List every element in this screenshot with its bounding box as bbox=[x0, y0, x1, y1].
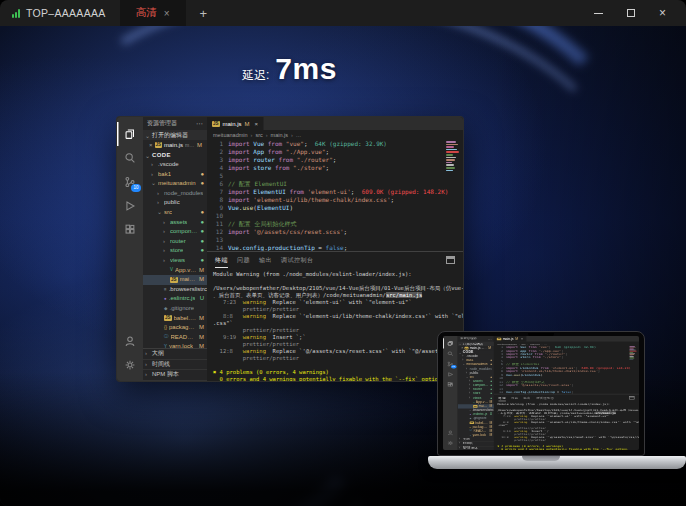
git-status-badge: M bbox=[488, 347, 491, 350]
close-button[interactable]: × bbox=[659, 7, 666, 19]
js-file-icon: JS bbox=[470, 422, 474, 425]
breadcrumb-segment[interactable]: main.js bbox=[271, 132, 288, 138]
code-token: ; bbox=[344, 228, 348, 236]
terminal-line: /Users/webopenfather/Desktop/2105/vue/14… bbox=[213, 285, 457, 292]
terminal-line: 9:19 warning Insert `;` bbox=[213, 334, 457, 341]
json-file-icon: {} bbox=[470, 426, 472, 429]
sidebar-section-label: 时间线 bbox=[152, 360, 170, 370]
minimap-mark bbox=[446, 157, 456, 159]
minimap-mark bbox=[446, 141, 456, 143]
tree-item-node_modules[interactable]: ›node_modules bbox=[143, 189, 207, 199]
terminal-text: 12:8 bbox=[213, 348, 243, 354]
code-token: '@/assets/css/reset.scss' bbox=[253, 228, 343, 236]
git-status-badge: M bbox=[199, 323, 204, 333]
panel-tab-调试控制台[interactable]: 调试控制台 bbox=[281, 253, 314, 267]
tree-item-label: components bbox=[170, 227, 198, 237]
tree-item-bak1[interactable]: ›bak1● bbox=[143, 170, 207, 180]
chevron-down-icon: ⌄ bbox=[157, 208, 162, 218]
tree-item-src[interactable]: ⌄src● bbox=[143, 208, 207, 218]
tree-item-views[interactable]: ›views● bbox=[143, 256, 207, 266]
tree-item-babel.config.js[interactable]: JSbabel.config.jsM bbox=[143, 314, 207, 324]
latency-overlay: 延迟: 7ms bbox=[242, 52, 337, 86]
tree-item-router[interactable]: ›router● bbox=[143, 237, 207, 247]
activitybar-run-debug[interactable] bbox=[117, 194, 143, 218]
tree-item-assets[interactable]: ›assets● bbox=[143, 218, 207, 228]
tree-item-label: meituanadmin bbox=[158, 179, 196, 189]
breadcrumb-segment[interactable]: src bbox=[255, 132, 262, 138]
sidebar-section-时间线[interactable]: ›时间线 bbox=[143, 360, 207, 371]
tree-item-components[interactable]: ›components● bbox=[143, 227, 207, 237]
terminal-output[interactable]: Module Warning (from ./node_modules/esli… bbox=[207, 268, 463, 381]
code-token: ) bbox=[541, 373, 543, 376]
sidebar-section-大纲[interactable]: ›大纲 bbox=[143, 349, 207, 360]
tree-item-label: .browserslistrc bbox=[169, 285, 207, 295]
terminal-text: 、后台首页、表单页、访客记录、用户列表）/code/meituanadmin/ bbox=[213, 292, 386, 298]
breadcrumb[interactable]: meituanadmin›src›main.js›… bbox=[207, 130, 463, 139]
file-tree[interactable]: ›.vscode›bak1●⌄meituanadmin●›node_module… bbox=[143, 160, 207, 348]
minimize-button[interactable] bbox=[594, 13, 603, 14]
terminal-text: warning bbox=[243, 334, 266, 340]
more-actions-icon[interactable]: ⋯ bbox=[196, 120, 203, 128]
editor-tab-mainjs[interactable]: JS main.js M × bbox=[207, 117, 264, 130]
open-editors-label: 打开的编辑器 bbox=[152, 131, 188, 140]
chevron-right-icon: › bbox=[163, 237, 168, 247]
run-debug-icon bbox=[446, 371, 454, 377]
code-token: from bbox=[532, 356, 542, 359]
activitybar-account[interactable] bbox=[117, 329, 143, 353]
minimap[interactable] bbox=[446, 141, 461, 171]
code-token: false bbox=[326, 244, 344, 251]
quality-tab[interactable]: 高清 × bbox=[120, 0, 186, 26]
tree-item-.vscode[interactable]: ›.vscode bbox=[143, 160, 207, 170]
code-token: ; bbox=[326, 164, 330, 172]
terminal-text: prettier/prettier bbox=[213, 327, 299, 333]
tab-close-icon[interactable]: × bbox=[255, 121, 259, 127]
open-editor-item[interactable]: × JS main.js meituanadmin/src M bbox=[143, 140, 207, 150]
minimap-mark bbox=[446, 149, 457, 151]
tree-item-label: router bbox=[170, 237, 186, 247]
activitybar-source-control[interactable]: 10 bbox=[117, 170, 143, 194]
chevron-right-icon: › bbox=[145, 349, 150, 359]
activitybar-extensions[interactable] bbox=[117, 218, 143, 242]
breadcrumb-segment[interactable]: … bbox=[296, 132, 302, 138]
panel-tab-问题[interactable]: 问题 bbox=[237, 253, 250, 267]
code-editor[interactable]: 1import Vue from "vue"; 64K (gzipped: 32… bbox=[207, 139, 463, 251]
quality-tab-close-icon[interactable]: × bbox=[164, 8, 170, 19]
tree-item-README.md[interactable]: ⓘREADME.mdM bbox=[143, 333, 207, 343]
sidebar-title: 资源管理器 bbox=[147, 119, 177, 128]
new-tab-button[interactable]: + bbox=[200, 6, 208, 21]
tree-item-App.vue[interactable]: VApp.vueM bbox=[143, 266, 207, 276]
laptop-lid-groove bbox=[522, 456, 560, 461]
tree-item-main.js[interactable]: JSmain.jsM bbox=[143, 275, 207, 285]
open-editor-filename: main.js bbox=[164, 142, 183, 148]
breadcrumb-segment[interactable]: meituanadmin bbox=[213, 132, 248, 138]
tree-item-public[interactable]: ›public bbox=[143, 198, 207, 208]
terminal-text: /Users/webopenfather/Desktop/2105/vue/14… bbox=[213, 285, 463, 291]
activitybar-explorer[interactable] bbox=[117, 122, 143, 146]
activitybar-search[interactable] bbox=[117, 146, 143, 170]
sidebar-section-NPM 脚本[interactable]: ›NPM 脚本 bbox=[143, 370, 207, 381]
terminal-text: src/main.js bbox=[386, 292, 422, 298]
tree-item-package.json[interactable]: {}package.jsonM bbox=[143, 323, 207, 333]
panel-tab-输出[interactable]: 输出 bbox=[259, 253, 272, 267]
code-line: 6// 配置 ElementUI bbox=[207, 180, 463, 188]
tree-item-.eslintrc.js[interactable]: ●.eslintrc.jsU bbox=[143, 294, 207, 304]
sidebar-header: 资源管理器 ⋯ bbox=[143, 117, 207, 130]
tree-item-meituanadmin[interactable]: ⌄meituanadmin● bbox=[143, 179, 207, 189]
code-token: store bbox=[253, 164, 275, 172]
connection-tab[interactable]: TOP–AAAAAAA bbox=[0, 0, 120, 26]
open-editors-section[interactable]: ⌄ 打开的编辑器 bbox=[143, 130, 207, 140]
line-number: 14 bbox=[494, 390, 506, 393]
panel-maximize-icon[interactable] bbox=[446, 256, 455, 264]
git-status-badge: ● bbox=[200, 208, 204, 218]
git-status-badge: ● bbox=[200, 256, 204, 266]
close-icon[interactable]: × bbox=[149, 142, 153, 148]
tree-item-.gitignore[interactable]: ◆.gitignore bbox=[143, 304, 207, 314]
tree-item-store[interactable]: ›store● bbox=[143, 246, 207, 256]
js-file-icon: JS bbox=[212, 121, 220, 127]
restore-button[interactable] bbox=[627, 9, 635, 17]
activitybar-settings[interactable] bbox=[117, 353, 143, 377]
tree-item-.browserslistrc[interactable]: ≡.browserslistrc bbox=[143, 285, 207, 295]
line-number: 6 bbox=[207, 180, 228, 188]
workspace-root-section[interactable]: ⌄ CODE bbox=[143, 150, 207, 160]
panel-tab-终端[interactable]: 终端 bbox=[215, 253, 228, 268]
